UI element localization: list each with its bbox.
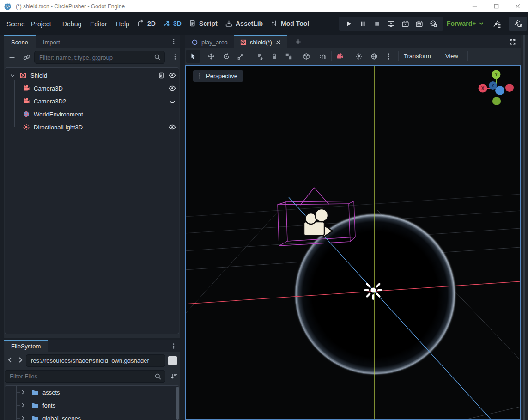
viewport-render: Z X Y <box>186 66 520 419</box>
menu-scene[interactable]: Scene <box>6 20 25 28</box>
perspective-button[interactable]: Perspective <box>193 70 243 82</box>
list-select-button[interactable] <box>256 53 264 60</box>
tree-row-worldenvironment[interactable]: WorldEnvironment <box>5 108 179 121</box>
scene-filter-input[interactable] <box>34 51 165 64</box>
axis-z-neg-ball <box>495 86 504 95</box>
fs-row-assets[interactable]: assets <box>5 386 179 399</box>
rotate-mode-button[interactable] <box>223 53 230 60</box>
play-custom-scene-button[interactable] <box>415 20 423 28</box>
instance-scene-button[interactable] <box>23 54 30 61</box>
script-attached-icon[interactable] <box>158 72 165 79</box>
chevron-right-icon[interactable] <box>20 402 26 408</box>
plugin-toggle-button[interactable] <box>509 17 527 31</box>
move-mode-button[interactable] <box>207 53 215 60</box>
camera3d-icon <box>23 85 30 92</box>
play-button[interactable] <box>345 20 353 28</box>
workspace-modtool-button[interactable]: Mod Tool <box>270 19 309 27</box>
assetlib-icon <box>225 19 233 27</box>
workspace-2d-button[interactable]: 2D <box>137 19 156 27</box>
directional-light-icon <box>23 123 30 131</box>
toggle-split-mode-button[interactable] <box>168 356 177 365</box>
eye-open-icon[interactable] <box>169 85 176 92</box>
preview-environment-button[interactable] <box>370 53 378 60</box>
right-dock-splitter[interactable] <box>521 35 528 420</box>
workspace-script-button[interactable]: Script <box>188 19 218 27</box>
nav-back-icon[interactable] <box>6 356 14 364</box>
godot-logo-icon <box>4 2 12 10</box>
tree-row-camera3d2[interactable]: Camera3D2 <box>5 95 179 108</box>
mod-tool-icon <box>270 19 278 27</box>
nav-forward-icon[interactable] <box>17 356 24 364</box>
search-icon <box>154 54 161 61</box>
axis-x-neg-ball <box>505 84 514 92</box>
eye-open-icon[interactable] <box>169 72 176 79</box>
filesystem-filter-input[interactable] <box>5 370 165 383</box>
tab-import[interactable]: Import <box>36 35 67 48</box>
filesystem-path-field[interactable] <box>26 354 165 367</box>
sort-files-icon[interactable] <box>170 372 177 380</box>
lock-button[interactable] <box>271 53 278 60</box>
toolbar-separator <box>298 51 298 61</box>
tab-filesystem[interactable]: FileSystem <box>4 340 48 352</box>
tree-row-directionallight3d[interactable]: DirectionalLight3D <box>5 121 179 134</box>
preview-sun-button[interactable] <box>355 53 363 60</box>
minimize-button[interactable] <box>471 3 478 10</box>
chevron-down-icon[interactable] <box>10 73 16 79</box>
fs-row-fonts[interactable]: fonts <box>5 399 179 412</box>
play-current-scene-button[interactable] <box>401 20 409 28</box>
close-button[interactable] <box>514 3 521 10</box>
folder-icon <box>31 414 39 420</box>
group-button[interactable] <box>285 53 292 60</box>
eye-closed-icon[interactable] <box>169 97 176 105</box>
maximize-button[interactable] <box>493 3 500 10</box>
preview-camera-icon[interactable] <box>336 53 344 60</box>
scene-tab-shield[interactable]: shield(*) <box>234 35 287 48</box>
workspace-assetlib-button[interactable]: AssetLib <box>225 19 263 27</box>
add-scene-tab-button[interactable] <box>295 38 302 45</box>
scale-mode-button[interactable] <box>237 53 244 60</box>
close-tab-icon[interactable] <box>275 39 281 45</box>
filesystem-dock-menu-icon[interactable] <box>170 343 177 349</box>
view-menu[interactable]: View <box>445 53 458 60</box>
add-node-button[interactable] <box>8 54 16 61</box>
renderer-label: Forward+ <box>447 20 476 27</box>
pause-button[interactable] <box>359 20 367 28</box>
renderer-dropdown[interactable]: Forward+ <box>447 20 484 27</box>
filesystem-scrollbar[interactable] <box>176 387 179 420</box>
menu-debug[interactable]: Debug <box>62 20 81 28</box>
snap-button[interactable] <box>319 53 327 60</box>
expand-viewport-icon[interactable] <box>509 38 516 45</box>
menu-editor[interactable]: Editor <box>90 20 107 28</box>
scene-tree-menu-icon[interactable] <box>172 54 178 60</box>
menu-project[interactable]: Project <box>31 20 51 28</box>
stop-button[interactable] <box>373 20 381 28</box>
node3d-icon <box>240 39 247 46</box>
axis-z-label: Z <box>492 83 494 88</box>
scene-dock-menu-icon[interactable] <box>170 38 177 45</box>
fs-row-global-scenes[interactable]: global_scenes <box>5 412 179 420</box>
local-space-button[interactable] <box>303 53 310 60</box>
filesystem-panel: assets fonts global_scenes <box>4 352 180 420</box>
tree-row-camera3d[interactable]: Camera3D <box>5 82 179 95</box>
menu-help[interactable]: Help <box>116 20 129 28</box>
chevron-right-icon[interactable] <box>20 390 26 395</box>
viewport-3d[interactable]: Z X Y Perspective <box>185 65 521 420</box>
scene-tab-play-area[interactable]: play_area <box>185 35 234 48</box>
plugin-list-icon[interactable] <box>492 20 501 28</box>
movie-maker-button[interactable] <box>430 20 437 28</box>
perspective-label: Perspective <box>206 73 237 79</box>
play-scene-button[interactable] <box>387 20 395 28</box>
toolbar-separator <box>350 51 350 61</box>
title-bar: (*) shield.tscn - CirclePusher - Godot E… <box>0 0 528 12</box>
tab-scene[interactable]: Scene <box>4 35 36 48</box>
viewport-options-icon[interactable] <box>385 53 392 60</box>
transform-menu[interactable]: Transform <box>404 53 431 60</box>
chevron-right-icon[interactable] <box>20 415 26 420</box>
scene-dock-panel: Shield Camera3D Camera3D2 WorldEnvironme… <box>4 48 180 338</box>
tree-row-shield[interactable]: Shield <box>5 69 179 82</box>
axis-y-neg-ball <box>492 97 501 105</box>
workspace-3d-button[interactable]: 3D <box>163 19 182 27</box>
folder-icon <box>31 389 39 396</box>
select-mode-button[interactable] <box>186 50 200 63</box>
eye-open-icon[interactable] <box>169 123 176 131</box>
